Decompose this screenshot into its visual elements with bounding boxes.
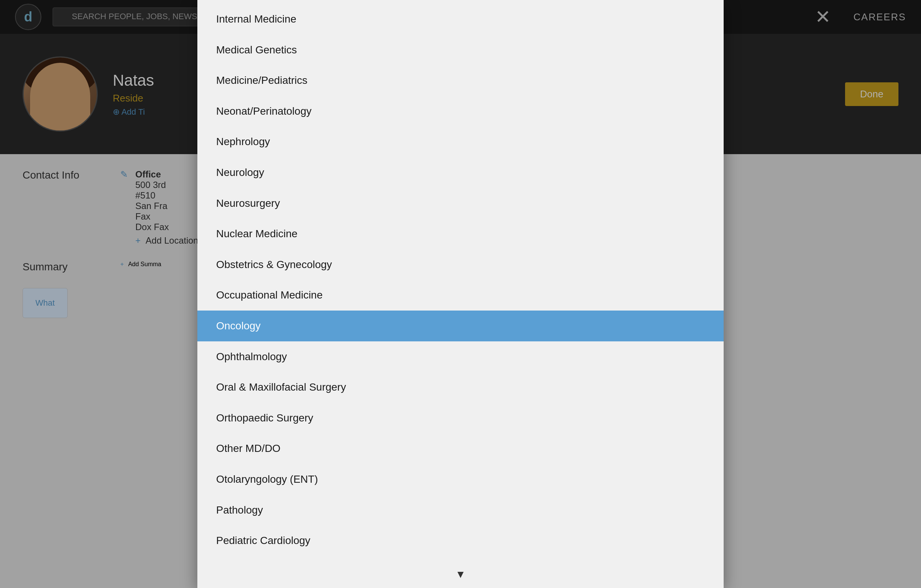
specialty-dropdown-modal: Internal MedicineMedical GeneticsMedicin…	[197, 0, 724, 588]
dropdown-item[interactable]: Medicine/Pediatrics	[197, 65, 724, 96]
dropdown-list: Internal MedicineMedical GeneticsMedicin…	[197, 0, 724, 561]
dropdown-item[interactable]: Pediatric Emergency Medicine	[197, 556, 724, 561]
dropdown-item[interactable]: Oral & Maxillofacial Surgery	[197, 372, 724, 403]
dropdown-item[interactable]: Nuclear Medicine	[197, 218, 724, 249]
arrow-down-icon: ▼	[455, 568, 466, 580]
scroll-arrow-down[interactable]: ▼	[197, 561, 724, 588]
dropdown-item[interactable]: Pathology	[197, 495, 724, 526]
dropdown-item[interactable]: Neonat/Perinatology	[197, 96, 724, 127]
dropdown-item[interactable]: Oncology	[197, 311, 724, 341]
dropdown-item[interactable]: Other MD/DO	[197, 433, 724, 464]
dropdown-item[interactable]: Internal Medicine	[197, 4, 724, 34]
dropdown-item[interactable]: Pediatric Cardiology	[197, 525, 724, 556]
dropdown-item[interactable]: Neurology	[197, 157, 724, 188]
dropdown-item[interactable]: Nephrology	[197, 126, 724, 157]
dropdown-item[interactable]: Neurosurgery	[197, 188, 724, 219]
dropdown-item[interactable]: Ophthalmology	[197, 341, 724, 372]
dropdown-item[interactable]: Medical Genetics	[197, 34, 724, 65]
dropdown-item[interactable]: Obstetrics & Gynecology	[197, 249, 724, 280]
dropdown-item[interactable]: Occupational Medicine	[197, 280, 724, 311]
dropdown-item[interactable]: Otolaryngology (ENT)	[197, 464, 724, 495]
dropdown-item[interactable]: Orthopaedic Surgery	[197, 403, 724, 433]
